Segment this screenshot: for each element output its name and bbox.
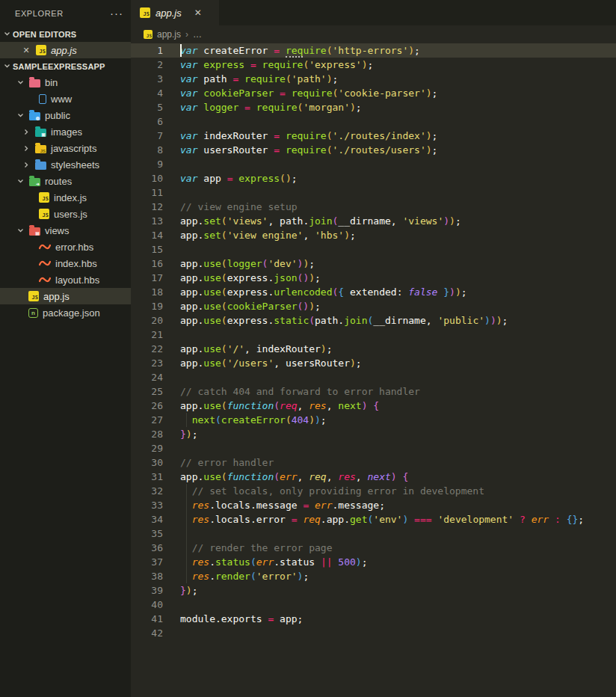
code-line-content[interactable] [163,114,616,129]
code-line-content[interactable]: app.use(cookieParser()); [163,299,616,313]
tree-item-javascripts[interactable]: JSjavascripts [0,140,131,156]
tree-item-images[interactable]: ▣images [0,123,131,140]
code-line[interactable]: 18app.use(express.urlencoded({ extended:… [131,285,616,299]
code-line[interactable]: 12// view engine setup [131,200,616,214]
tree-item-stylesheets[interactable]: stylesheets [0,156,131,173]
code-line-content[interactable] [163,598,616,612]
code-line-content[interactable]: app.use(express.json()); [163,271,616,285]
code-line[interactable]: 39}); [131,583,616,598]
code-line[interactable]: 4var cookieParser = require('cookie-pars… [131,86,616,100]
code-line[interactable]: 24 [131,370,616,384]
chevron-down-icon[interactable] [16,177,25,185]
code-line-content[interactable]: app.use(function(req, res, next) { [163,399,616,413]
tree-item-app-js[interactable]: JSapp.js [0,288,131,304]
code-line[interactable]: 16app.use(logger('dev')); [131,257,616,271]
open-editor-item[interactable]: ✕JSapp.js [0,42,131,58]
code-line-content[interactable]: app.use(express.static(path.join(__dirna… [163,313,616,328]
code-line[interactable]: 34 res.locals.error = req.app.get('env')… [131,512,616,526]
close-tab-icon[interactable]: ✕ [193,7,203,18]
code-line-content[interactable]: app.use(logger('dev')); [163,257,616,271]
code-line[interactable]: 37 res.status(err.status || 500); [131,555,616,569]
code-line[interactable]: 10var app = express(); [131,171,616,185]
code-line-content[interactable]: // catch 404 and forward to error handle… [163,384,616,399]
code-line[interactable]: 11 [131,185,616,200]
code-line[interactable]: 2var express = require('express'); [131,58,616,72]
tree-item-www[interactable]: www [0,90,131,107]
code-line[interactable]: 35 [131,526,616,541]
code-line[interactable]: 29 [131,441,616,455]
code-line-content[interactable] [163,157,616,171]
code-line[interactable]: 6 [131,114,616,129]
code-line-content[interactable]: // error handler [163,455,616,470]
code-line-content[interactable]: }); [163,427,616,441]
code-line[interactable]: 8var usersRouter = require('./routes/use… [131,143,616,157]
tree-item-bin[interactable]: bin [0,74,131,90]
code-line[interactable]: 13app.set('views', path.join(__dirname, … [131,214,616,228]
tree-item-views[interactable]: ▤views [0,222,131,239]
code-line[interactable]: 20app.use(express.static(path.join(__dir… [131,313,616,328]
code-line-content[interactable] [163,328,616,342]
code-line[interactable]: 31app.use(function(err, req, res, next) … [131,470,616,484]
code-line-content[interactable]: // set locals, only providing error in d… [163,484,616,498]
breadcrumb-more[interactable]: … [193,29,202,40]
tree-item-package-json[interactable]: npackage.json [0,304,131,321]
chevron-down-icon[interactable] [16,227,25,235]
code-line[interactable]: 30// error handler [131,455,616,470]
chevron-down-icon[interactable] [16,111,25,120]
code-line-content[interactable]: res.render('error'); [163,569,616,583]
code-line[interactable]: 42 [131,626,616,640]
code-line-content[interactable]: // view engine setup [163,200,616,214]
code-line[interactable]: 28}); [131,427,616,441]
code-line-content[interactable] [163,526,616,541]
code-line[interactable]: 9 [131,157,616,171]
code-line-content[interactable]: var path = require('path'); [163,72,616,86]
code-line[interactable]: 7var indexRouter = require('./routes/ind… [131,129,616,143]
code-line-content[interactable]: var cookieParser = require('cookie-parse… [163,86,616,100]
code-line-content[interactable]: app.use(express.urlencoded({ extended: f… [163,285,616,299]
code-line[interactable]: 40 [131,598,616,612]
code-line-content[interactable] [163,242,616,257]
tree-item-routes[interactable]: ➜routes [0,173,131,189]
chevron-down-icon[interactable] [16,79,25,87]
project-section-header[interactable]: SAMPLEEXPRESSAPP [0,58,131,74]
code-line-content[interactable]: var usersRouter = require('./routes/user… [163,143,616,157]
tab-app-js[interactable]: JS app.js ✕ [131,0,219,25]
tree-item-public[interactable]: ◍public [0,107,131,123]
code-line[interactable]: 38 res.render('error'); [131,569,616,583]
code-line[interactable]: 26app.use(function(req, res, next) { [131,399,616,413]
code-line-content[interactable]: next(createError(404)); [163,413,616,427]
code-line-content[interactable] [163,370,616,384]
chevron-right-icon[interactable] [22,144,31,153]
chevron-right-icon[interactable] [22,128,31,136]
code-line-content[interactable]: app.set('views', path.join(__dirname, 'v… [163,214,616,228]
code-line-content[interactable]: var createError = require('http-errors')… [163,43,616,58]
more-actions-icon[interactable]: ··· [110,7,123,19]
code-line-content[interactable] [163,185,616,200]
breadcrumb-file[interactable]: app.js [157,29,181,40]
code-line-content[interactable]: var app = express(); [163,171,616,185]
code-line-content[interactable]: module.exports = app; [163,612,616,626]
tree-item-index-js[interactable]: JSindex.js [0,189,131,206]
code-line-content[interactable]: app.use(function(err, req, res, next) { [163,470,616,484]
code-line[interactable]: 21 [131,328,616,342]
code-editor[interactable]: 1var createError = require('http-errors'… [131,43,616,640]
code-line-content[interactable]: }); [163,583,616,598]
code-line-content[interactable]: res.status(err.status || 500); [163,555,616,569]
code-line-content[interactable]: // render the error page [163,541,616,555]
code-line[interactable]: 32 // set locals, only providing error i… [131,484,616,498]
code-line-content[interactable]: var logger = require('morgan'); [163,100,616,114]
code-line[interactable]: 3var path = require('path'); [131,72,616,86]
code-line[interactable]: 23app.use('/users', usersRouter); [131,356,616,370]
code-line[interactable]: 27 next(createError(404)); [131,413,616,427]
open-editors-section-header[interactable]: OPEN EDITORS [0,26,131,42]
code-line[interactable]: 22app.use('/', indexRouter); [131,342,616,356]
code-line[interactable]: 5var logger = require('morgan'); [131,100,616,114]
code-line-content[interactable]: app.set('view engine', 'hbs'); [163,228,616,242]
code-line[interactable]: 15 [131,242,616,257]
code-line-content[interactable]: app.use('/', indexRouter); [163,342,616,356]
code-line[interactable]: 41module.exports = app; [131,612,616,626]
code-line-content[interactable]: app.use('/users', usersRouter); [163,356,616,370]
code-line[interactable]: 14app.set('view engine', 'hbs'); [131,228,616,242]
code-line-content[interactable] [163,441,616,455]
code-line[interactable]: 1var createError = require('http-errors'… [131,43,616,58]
